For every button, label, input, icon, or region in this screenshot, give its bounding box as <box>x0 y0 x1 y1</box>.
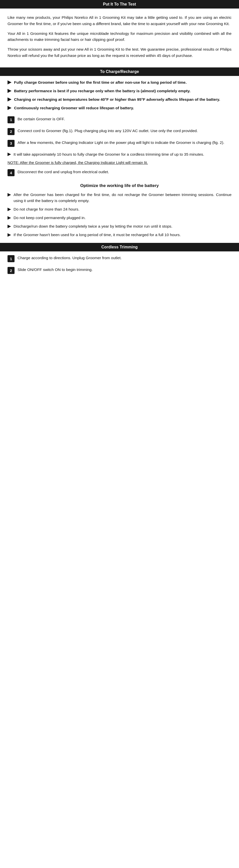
optimize-bullet-1-text: After the Groomer has been charged for t… <box>13 192 232 204</box>
bullet-icon-3 <box>7 97 11 101</box>
paragraph-2: Your All in 1 Grooming Kit features the … <box>7 31 232 43</box>
step-1: 1 Be certain Groomer is OFF. <box>0 116 239 123</box>
optimize-bullet-4: Discharge/run down the battery completel… <box>0 223 239 229</box>
paragraph-1: Like many new products, your Philips Nor… <box>7 14 232 27</box>
page-container: Put It To The Test Like many new product… <box>0 0 239 274</box>
step-3: 3 After a few moments, the Charging Indi… <box>0 140 239 147</box>
charge-bullet-2: Battery performance is best if you recha… <box>7 88 232 94</box>
charge-bullet-1-text: Fully charge Groomer before using for th… <box>14 80 232 86</box>
cordless-trimming-header: Cordless Trimming <box>0 243 239 251</box>
optimize-bullet-3: Do not keep cord permanently plugged in. <box>0 215 239 221</box>
step-2-text: Connect cord to Groomer (fig.1). Plug ch… <box>18 128 232 134</box>
step-1-number: 1 <box>7 116 14 123</box>
optimize-bullets: After the Groomer has been charged for t… <box>0 192 239 238</box>
cordless-step-2: 2 Slide ON/OFF switch ON to begin trimmi… <box>0 267 239 274</box>
cordless-step-1: 1 Charge according to directions. Unplug… <box>0 255 239 262</box>
cordless-step-2-text: Slide ON/OFF switch ON to begin trimming… <box>18 267 232 273</box>
note-text: NOTE: After the Groomer is fully charged… <box>0 160 239 169</box>
optimize-bullet-2-text: Do not charge for more than 24 hours. <box>13 206 232 212</box>
optimize-bullet-5-text: If the Groomer hasn't been used for a lo… <box>13 232 232 238</box>
charge-bullet-1: Fully charge Groomer before using for th… <box>7 80 232 86</box>
step-4-number: 4 <box>7 169 14 176</box>
put-it-to-test-section: Like many new products, your Philips Nor… <box>0 12 239 67</box>
step-1-text: Be certain Groomer is OFF. <box>18 116 232 122</box>
step-4: 4 Disconnect the cord and unplug from el… <box>0 169 239 176</box>
bullet-icon-4 <box>7 106 11 110</box>
charge-bullet-3: Charging or recharging at temperatures b… <box>7 96 232 102</box>
step-3-number: 3 <box>7 140 14 147</box>
step-2: 2 Connect cord to Groomer (fig.1). Plug … <box>0 128 239 135</box>
extra-bullet-text: It will take approximately 10 hours to f… <box>13 151 232 157</box>
charge-recharge-header: To Charge/Recharge <box>0 67 239 76</box>
charge-bullets: Fully charge Groomer before using for th… <box>0 80 239 116</box>
charge-bullet-3-text: Charging or recharging at temperatures b… <box>14 96 232 102</box>
extra-bullet-icon <box>7 153 11 156</box>
optimize-bullet-1: After the Groomer has been charged for t… <box>0 192 239 204</box>
optimize-header: Optimize the working life of the battery <box>0 181 239 192</box>
opt-bullet-icon-1 <box>7 193 11 196</box>
optimize-bullet-4-text: Discharge/run down the battery completel… <box>13 223 232 229</box>
extra-bullet: It will take approximately 10 hours to f… <box>0 151 239 157</box>
opt-bullet-icon-3 <box>7 216 11 220</box>
cordless-step-1-text: Charge according to directions. Unplug G… <box>18 255 232 261</box>
put-it-to-test-header: Put It To The Test <box>0 0 239 8</box>
bullet-icon-1 <box>7 81 11 85</box>
optimize-bullet-5: If the Groomer hasn't been used for a lo… <box>0 232 239 238</box>
charge-bullet-4-text: Continuously recharging Groomer will red… <box>14 105 232 111</box>
step-4-text: Disconnect the cord and unplug from elec… <box>18 169 232 175</box>
opt-bullet-icon-4 <box>7 225 11 228</box>
optimize-bullet-3-text: Do not keep cord permanently plugged in. <box>13 215 232 221</box>
cordless-step-2-number: 2 <box>7 267 14 274</box>
opt-bullet-icon-5 <box>7 233 11 237</box>
charge-bullet-2-text: Battery performance is best if you recha… <box>14 88 232 94</box>
bullet-icon-2 <box>7 89 11 93</box>
step-2-number: 2 <box>7 128 14 135</box>
step-3-text: After a few moments, the Charging Indica… <box>18 140 232 146</box>
cordless-step-1-number: 1 <box>7 255 14 262</box>
optimize-bullet-2: Do not charge for more than 24 hours. <box>0 206 239 212</box>
paragraph-3: Throw your scissors away and put your ne… <box>7 46 232 59</box>
opt-bullet-icon-2 <box>7 208 11 211</box>
charge-bullet-4: Continuously recharging Groomer will red… <box>7 105 232 111</box>
